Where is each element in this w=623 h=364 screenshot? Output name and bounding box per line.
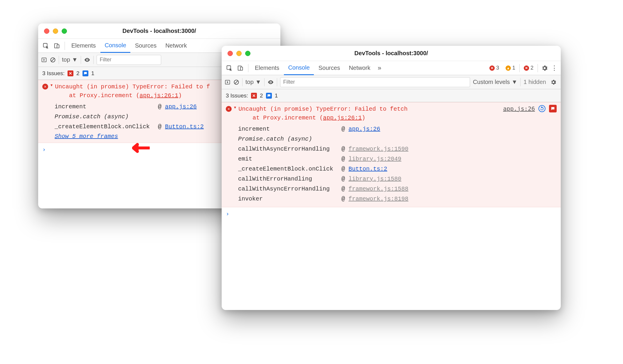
issues-chip[interactable]: ✕2 <box>522 64 535 72</box>
filter-input[interactable] <box>280 77 470 87</box>
stack-source-link[interactable]: app.js:26 <box>165 102 197 112</box>
tab-network[interactable]: Network <box>161 39 191 53</box>
tab-console[interactable]: Console <box>284 61 314 75</box>
stack-frame: invoker@framework.js:8198 <box>238 194 557 204</box>
context-selector[interactable]: top ▼ <box>62 56 78 63</box>
stack-source-link[interactable]: Button.ts:2 <box>165 122 204 132</box>
divider <box>242 78 243 86</box>
stack-frame: emit@library.js:2049 <box>238 154 557 164</box>
stack-frame: callWithAsyncErrorHandling@framework.js:… <box>238 144 557 154</box>
tab-sources[interactable]: Sources <box>314 61 344 75</box>
tabbar-b: Elements Console Sources Network » ✕3 ▲1… <box>222 61 561 75</box>
stack-frame: increment@app.js:26 <box>238 124 557 134</box>
live-expression-icon[interactable] <box>84 57 90 63</box>
minimize-button[interactable] <box>236 51 242 56</box>
console-settings-gear-icon[interactable] <box>549 78 558 87</box>
warning-count-icon: ▲ <box>506 65 511 71</box>
issues-count: 2 <box>531 65 533 71</box>
window-title-a: DevTools - localhost:3000/ <box>122 28 196 34</box>
divider <box>59 56 59 64</box>
maximize-button[interactable] <box>62 28 67 34</box>
context-selector[interactable]: top ▼ <box>245 79 261 85</box>
console-body-b: app.js:26 ✕ ▼ Uncaught (in promise) Type… <box>222 102 561 310</box>
disclosure-triangle-icon[interactable]: ▼ <box>234 106 236 110</box>
issues-label: 3 Issues: <box>226 92 248 99</box>
stack-source-link[interactable]: library.js:1580 <box>348 174 401 184</box>
more-menu-icon[interactable]: ⋮ <box>550 64 558 73</box>
stack-frame: callWithAsyncErrorHandling@framework.js:… <box>238 184 557 194</box>
stack-function: callWithAsyncErrorHandling <box>238 184 338 194</box>
device-toggle-icon[interactable] <box>52 41 62 51</box>
stack-source-link[interactable]: framework.js:1590 <box>348 144 408 154</box>
error-count: 3 <box>496 65 499 71</box>
stack-trace: increment@app.js:26Promise.catch (async)… <box>238 124 557 204</box>
traffic-lights-b <box>222 51 250 56</box>
stack-source-link[interactable]: framework.js:1588 <box>348 184 408 194</box>
stack-function: _createElementBlock.onClick <box>238 164 338 174</box>
error-source-right: app.js:26 <box>503 105 557 112</box>
stack-function: emit <box>238 154 338 164</box>
stack-at: @ <box>341 194 345 204</box>
stack-function: _createElementBlock.onClick <box>55 122 154 132</box>
stack-at: @ <box>158 102 161 112</box>
tab-elements[interactable]: Elements <box>67 39 100 53</box>
more-tabs-icon[interactable]: » <box>375 64 384 73</box>
stack-source-link[interactable]: framework.js:8198 <box>348 194 408 204</box>
warning-count: 1 <box>512 65 515 71</box>
tab-elements[interactable]: Elements <box>251 61 283 75</box>
stack-frame: _createElementBlock.onClick@Button.ts:2 <box>238 164 557 174</box>
minimize-button[interactable] <box>53 28 58 34</box>
close-button[interactable] <box>44 28 49 34</box>
issues-label: 3 Issues: <box>42 70 65 77</box>
stack-function: Promise.catch (async) <box>238 134 338 144</box>
inspect-icon[interactable] <box>41 41 51 51</box>
error-source-link[interactable]: app.js:26:1 <box>139 92 178 99</box>
hidden-count[interactable]: 1 hidden <box>523 79 546 85</box>
stack-function: callWithAsyncErrorHandling <box>238 144 338 154</box>
svg-point-5 <box>87 59 88 60</box>
feedback-icon[interactable] <box>549 105 557 112</box>
error-source-link-right[interactable]: app.js:26 <box>503 105 535 112</box>
divider <box>277 78 277 86</box>
stack-source-link[interactable]: app.js:26 <box>348 124 380 134</box>
sidebar-toggle-icon[interactable] <box>225 79 230 85</box>
clear-console-icon[interactable] <box>50 57 56 63</box>
issues-bar-b[interactable]: 3 Issues: ✕ 2 1 <box>222 89 561 102</box>
stack-function: increment <box>55 102 154 112</box>
console-toolbar-b: top ▼ Custom levels ▼ 1 hidden <box>222 75 561 89</box>
console-prompt[interactable]: › <box>222 207 561 220</box>
stack-source-link[interactable]: library.js:2049 <box>348 154 401 164</box>
live-expression-icon[interactable] <box>267 79 274 85</box>
tab-sources[interactable]: Sources <box>131 39 161 53</box>
tab-network[interactable]: Network <box>345 61 374 75</box>
traffic-lights-a <box>38 28 67 34</box>
close-button[interactable] <box>228 51 233 56</box>
disclosure-triangle-icon[interactable]: ▼ <box>50 83 53 87</box>
device-toggle-icon[interactable] <box>235 63 246 73</box>
divider <box>519 64 520 72</box>
stack-at: @ <box>341 164 345 174</box>
error-source-link[interactable]: app.js:26:1 <box>323 114 362 121</box>
clear-console-icon[interactable] <box>233 79 239 85</box>
stack-at: @ <box>341 144 345 154</box>
error-badge-icon: ✕ <box>68 70 73 76</box>
status-chips[interactable]: ✕3 ▲1 <box>488 64 517 72</box>
reload-icon[interactable] <box>538 105 545 112</box>
settings-gear-icon[interactable] <box>540 64 549 73</box>
issues-err-count: 2 <box>76 70 80 77</box>
stack-source-link[interactable]: Button.ts:2 <box>348 164 387 174</box>
tab-console[interactable]: Console <box>100 39 130 53</box>
inspect-icon[interactable] <box>224 63 235 73</box>
error-count-icon: ✕ <box>489 65 495 71</box>
prompt-chevron-icon: › <box>42 146 46 153</box>
stack-function: Promise.catch (async) <box>55 112 154 122</box>
sidebar-toggle-icon[interactable] <box>41 57 47 63</box>
titlebar-b: DevTools - localhost:3000/ <box>222 46 561 61</box>
log-levels-selector[interactable]: Custom levels ▼ <box>473 79 517 85</box>
filter-input[interactable] <box>97 55 161 65</box>
stack-at: @ <box>158 122 161 132</box>
maximize-button[interactable] <box>245 51 250 56</box>
prompt-chevron-icon: › <box>226 210 229 217</box>
divider <box>248 64 248 72</box>
error-badge-icon: ✕ <box>251 93 257 99</box>
